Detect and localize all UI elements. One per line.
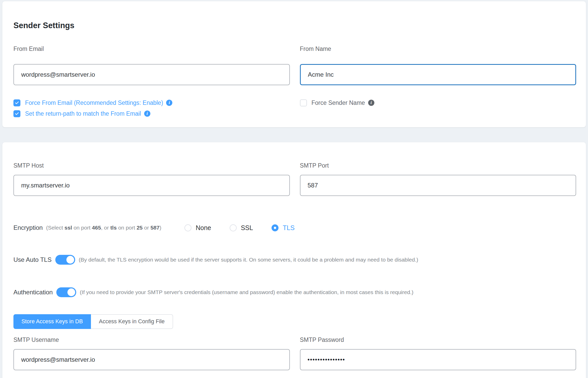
smtp-password-input[interactable] bbox=[300, 349, 576, 370]
radio-none-label: None bbox=[196, 224, 211, 232]
authentication-description: (If you need to provide your SMTP server… bbox=[80, 289, 413, 295]
force-from-email-row: Force From Email (Recommended Settings: … bbox=[13, 99, 290, 107]
force-from-email-label: Force From Email (Recommended Settings: … bbox=[25, 99, 163, 107]
radio-dot bbox=[274, 227, 276, 229]
smtp-port-input[interactable] bbox=[300, 175, 576, 196]
auto-tls-description: (By default, the TLS encryption would be… bbox=[79, 257, 418, 263]
authentication-toggle[interactable] bbox=[56, 287, 76, 297]
smtp-settings-page: Sender Settings From Email Force From Em… bbox=[0, 1, 588, 378]
radio-tls[interactable] bbox=[272, 224, 278, 231]
smtp-username-field: SMTP Username bbox=[13, 336, 290, 370]
encryption-option-tls[interactable]: TLS bbox=[272, 224, 295, 232]
toggle-knob bbox=[66, 256, 74, 264]
smtp-port-label: SMTP Port bbox=[300, 162, 576, 169]
force-from-email-checkbox[interactable] bbox=[13, 99, 20, 106]
force-sender-name-row: Force Sender Name i bbox=[300, 99, 576, 107]
force-sender-name-label: Force Sender Name bbox=[312, 99, 365, 107]
radio-ssl[interactable] bbox=[230, 224, 237, 231]
encryption-hint: (Select ssl on port 465, or tls on port … bbox=[46, 225, 161, 231]
smtp-host-field: SMTP Host bbox=[13, 162, 290, 196]
radio-tls-label: TLS bbox=[283, 224, 295, 232]
tab-store-keys-in-db[interactable]: Store Access Keys in DB bbox=[13, 314, 91, 329]
smtp-password-label: SMTP Password bbox=[300, 336, 576, 343]
key-storage-tabs: Store Access Keys in DB Access Keys in C… bbox=[13, 314, 173, 329]
from-email-field: From Email Force From Email (Recommended… bbox=[13, 45, 290, 118]
smtp-username-input[interactable] bbox=[13, 349, 290, 370]
return-path-label: Set the return-path to match the From Em… bbox=[25, 110, 141, 117]
smtp-host-input[interactable] bbox=[13, 175, 290, 196]
info-icon[interactable]: i bbox=[368, 100, 374, 106]
encryption-option-none[interactable]: None bbox=[184, 224, 211, 232]
radio-none[interactable] bbox=[184, 224, 191, 231]
encryption-label: Encryption bbox=[13, 224, 43, 231]
smtp-password-field: SMTP Password bbox=[300, 336, 576, 370]
auto-tls-row: Use Auto TLS (By default, the TLS encryp… bbox=[13, 255, 576, 265]
toggle-knob bbox=[67, 288, 75, 296]
from-email-input[interactable] bbox=[13, 64, 290, 85]
force-sender-name-checkbox[interactable] bbox=[300, 99, 307, 106]
return-path-checkbox[interactable] bbox=[13, 110, 20, 117]
encryption-option-ssl[interactable]: SSL bbox=[230, 224, 253, 232]
smtp-connection-card: SMTP Host SMTP Port Encryption (Select s… bbox=[2, 142, 586, 378]
authentication-label: Authentication bbox=[13, 289, 53, 296]
from-name-input[interactable] bbox=[300, 64, 576, 85]
auto-tls-label: Use Auto TLS bbox=[13, 256, 52, 263]
auto-tls-toggle[interactable] bbox=[55, 255, 75, 265]
smtp-host-label: SMTP Host bbox=[13, 162, 290, 169]
smtp-port-field: SMTP Port bbox=[300, 162, 576, 196]
return-path-row: Set the return-path to match the From Em… bbox=[13, 109, 290, 118]
from-name-label: From Name bbox=[300, 45, 576, 52]
sender-settings-title: Sender Settings bbox=[13, 21, 576, 30]
sender-settings-card: Sender Settings From Email Force From Em… bbox=[2, 1, 586, 127]
authentication-row: Authentication (If you need to provide y… bbox=[13, 287, 576, 297]
info-icon[interactable]: i bbox=[166, 100, 172, 106]
radio-ssl-label: SSL bbox=[241, 224, 253, 232]
smtp-username-label: SMTP Username bbox=[13, 336, 290, 343]
from-email-label: From Email bbox=[13, 45, 290, 52]
tab-keys-in-config-file[interactable]: Access Keys in Config File bbox=[91, 314, 173, 329]
check-icon bbox=[15, 101, 19, 105]
check-icon bbox=[15, 112, 19, 116]
from-name-field: From Name Force Sender Name i bbox=[300, 45, 576, 118]
encryption-row: Encryption (Select ssl on port 465, or t… bbox=[13, 222, 576, 234]
info-icon[interactable]: i bbox=[144, 111, 150, 117]
